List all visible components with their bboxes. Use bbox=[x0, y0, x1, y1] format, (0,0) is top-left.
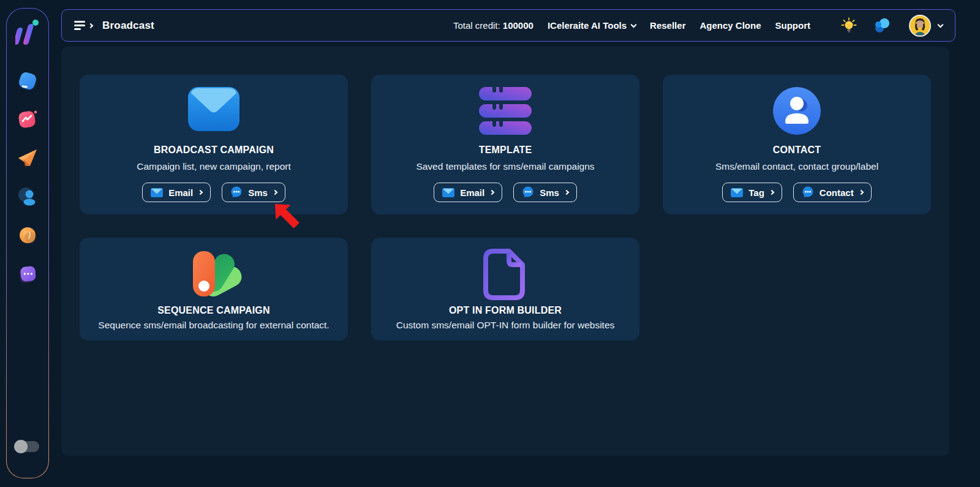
card-title: CONTACT bbox=[773, 145, 821, 156]
send-icon[interactable] bbox=[17, 147, 39, 169]
chat-icon[interactable] bbox=[17, 263, 39, 285]
hamburger-icon[interactable] bbox=[74, 21, 85, 30]
nav-ai-tools-label: ICeleraite AI Tools bbox=[548, 20, 627, 31]
card-contact: CONTACT Sms/email contact, contact group… bbox=[663, 75, 931, 214]
nav-ai-tools[interactable]: ICeleraite AI Tools bbox=[548, 20, 636, 31]
card-subtitle: Saved templates for sms/email campaigns bbox=[416, 161, 594, 172]
total-credit-value: 100000 bbox=[503, 20, 533, 31]
card-template: TEMPLATE Saved templates for sms/email c… bbox=[371, 75, 639, 214]
chevron-right-icon bbox=[564, 190, 569, 195]
chevron-right-icon bbox=[273, 190, 277, 195]
sms-button[interactable]: Sms bbox=[222, 183, 285, 202]
breadcrumb-chevron-icon bbox=[88, 23, 93, 28]
card-title: BROADCAST CAMPAIGN bbox=[154, 145, 274, 156]
sms-button-label: Sms bbox=[248, 187, 268, 198]
user-circle-icon bbox=[773, 87, 821, 132]
sidebar bbox=[6, 8, 49, 478]
topbar: Broadcast Total credit: 100000 ICelerait… bbox=[61, 9, 956, 42]
chevron-right-icon bbox=[489, 190, 494, 195]
contact-button[interactable]: Contact bbox=[793, 183, 872, 202]
total-credit: Total credit: 100000 bbox=[453, 20, 533, 31]
card-title: TEMPLATE bbox=[479, 145, 532, 156]
stack-icon bbox=[479, 87, 532, 132]
chart-icon[interactable] bbox=[17, 108, 39, 130]
email-button[interactable]: Email bbox=[434, 183, 502, 202]
nav-agency-clone[interactable]: Agency Clone bbox=[699, 20, 761, 31]
card-broadcast-campaign: BROADCAST CAMPAIGN Campaign list, new ca… bbox=[80, 75, 348, 214]
avatar[interactable] bbox=[909, 15, 931, 37]
chevron-down-icon bbox=[938, 21, 944, 28]
nav-reseller[interactable]: Reseller bbox=[650, 20, 685, 31]
card-subtitle: Sequence sms/email broadcasting for exte… bbox=[98, 320, 329, 331]
user-icon[interactable] bbox=[17, 186, 39, 208]
card-grid: BROADCAST CAMPAIGN Campaign list, new ca… bbox=[80, 75, 931, 341]
nav-support[interactable]: Support bbox=[775, 20, 811, 31]
card-subtitle: Custom sms/email OPT-IN form builder for… bbox=[396, 320, 615, 331]
tag-button-label: Tag bbox=[748, 187, 764, 198]
email-icon bbox=[442, 188, 454, 197]
envelope-icon bbox=[188, 87, 239, 132]
tags-icon bbox=[184, 249, 243, 298]
chevron-right-icon bbox=[198, 190, 203, 195]
chevron-right-icon bbox=[858, 190, 863, 195]
lightbulb-icon[interactable] bbox=[840, 17, 858, 34]
card-subtitle: Sms/email contact, contact group/label bbox=[715, 161, 878, 172]
email-icon bbox=[731, 188, 743, 197]
tag-button[interactable]: Tag bbox=[722, 183, 782, 202]
email-icon bbox=[151, 188, 163, 197]
messenger-icon[interactable] bbox=[17, 70, 39, 92]
chevron-right-icon bbox=[769, 190, 774, 195]
sms-icon bbox=[230, 186, 243, 198]
theme-toggle[interactable] bbox=[16, 441, 39, 452]
contact-button-label: Contact bbox=[820, 187, 854, 198]
sms-icon bbox=[522, 186, 534, 198]
card-sequence-campaign: SEQUENCE CAMPAIGN Sequence sms/email bro… bbox=[80, 238, 348, 341]
coin-icon[interactable] bbox=[17, 224, 39, 246]
notifications-icon[interactable] bbox=[873, 17, 891, 35]
theme-toggle-knob bbox=[14, 440, 28, 453]
sms-icon bbox=[802, 186, 814, 198]
chevron-down-icon bbox=[631, 21, 637, 28]
sidebar-nav bbox=[17, 70, 39, 301]
page-title: Broadcast bbox=[102, 20, 154, 32]
user-menu[interactable] bbox=[909, 15, 943, 37]
sms-button-label: Sms bbox=[540, 187, 559, 198]
total-credit-label: Total credit: bbox=[453, 20, 500, 31]
card-title: SEQUENCE CAMPAIGN bbox=[157, 305, 270, 316]
form-icon bbox=[483, 249, 527, 298]
sms-button[interactable]: Sms bbox=[513, 183, 577, 202]
email-button[interactable]: Email bbox=[142, 183, 211, 202]
card-title: OPT IN FORM BUILDER bbox=[449, 305, 562, 316]
email-button-label: Email bbox=[168, 187, 193, 198]
content-panel: BROADCAST CAMPAIGN Campaign list, new ca… bbox=[61, 47, 949, 456]
app-logo[interactable] bbox=[15, 19, 40, 50]
card-opt-in-form-builder: OPT IN FORM BUILDER Custom sms/email OPT… bbox=[371, 238, 639, 341]
card-subtitle: Campaign list, new campaign, report bbox=[137, 161, 291, 172]
email-button-label: Email bbox=[460, 187, 484, 198]
